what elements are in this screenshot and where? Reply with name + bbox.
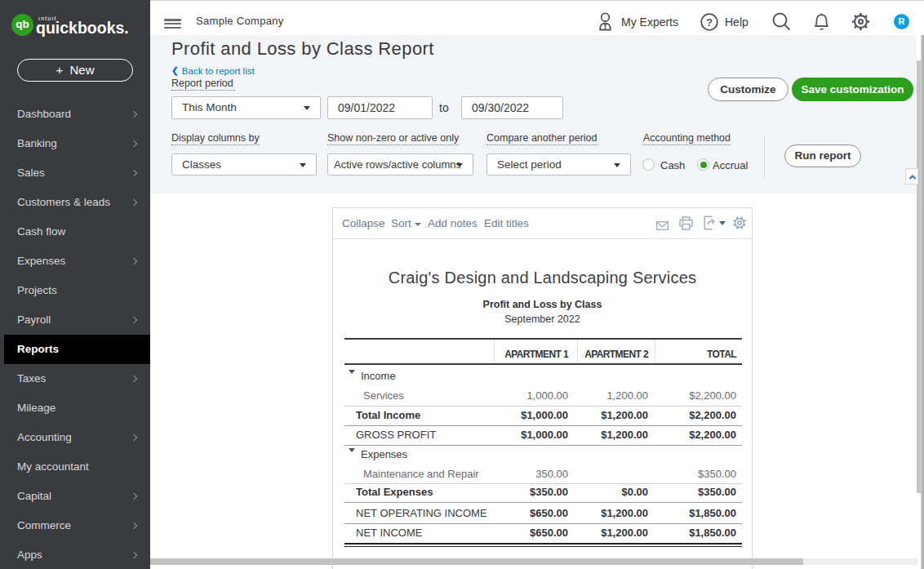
svg-text:?: ? bbox=[706, 16, 713, 28]
